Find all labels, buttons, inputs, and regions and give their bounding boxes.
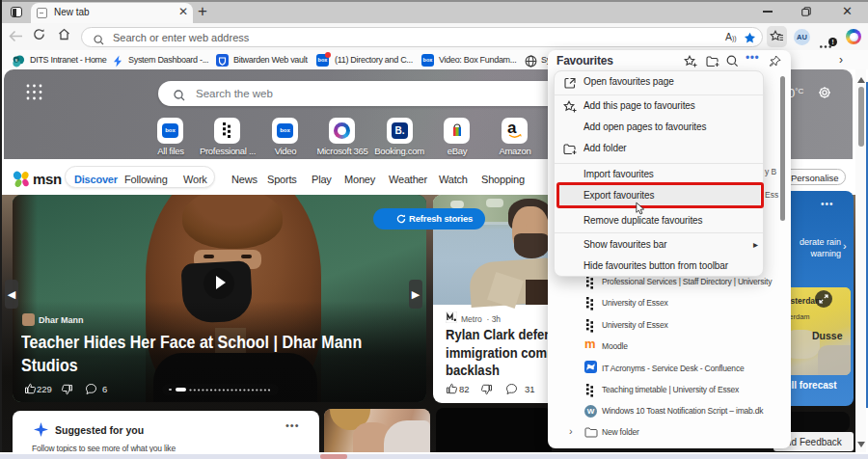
svg-text:s: s bbox=[14, 57, 17, 63]
